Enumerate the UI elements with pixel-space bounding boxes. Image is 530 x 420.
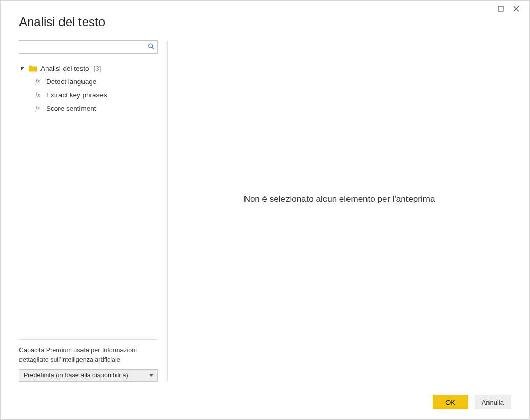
tree-item-label: Extract key phrases — [46, 91, 107, 99]
svg-rect-0 — [498, 6, 503, 11]
fx-icon: fx — [33, 77, 43, 86]
fx-icon: fx — [33, 91, 43, 99]
ok-button[interactable]: OK — [433, 395, 468, 409]
tree-root[interactable]: Analisi del testo [3] — [19, 62, 158, 75]
tree-item-score-sentiment[interactable]: fx Score sentiment — [19, 101, 158, 115]
folder-icon — [29, 65, 37, 72]
dialog-title: Analisi del testo — [19, 15, 511, 29]
cancel-button[interactable]: Annulla — [475, 395, 511, 409]
chevron-down-icon — [149, 372, 153, 379]
fx-icon: fx — [33, 104, 43, 112]
tree-item-extract-key-phrases[interactable]: fx Extract key phrases — [19, 88, 158, 101]
maximize-icon[interactable] — [498, 6, 506, 12]
divider — [19, 339, 158, 340]
tree-item-label: Score sentiment — [46, 104, 96, 112]
preview-pane: Non è selezionato alcun elemento per l'a… — [168, 40, 511, 382]
chevron-down-icon — [20, 66, 25, 71]
tree-root-count: [3] — [94, 65, 101, 72]
tree-item-detect-language[interactable]: fx Detect language — [19, 75, 158, 88]
svg-marker-5 — [21, 67, 25, 71]
left-pane: Analisi del testo [3] fx Detect language… — [19, 40, 168, 382]
function-tree: Analisi del testo [3] fx Detect language… — [19, 62, 158, 334]
close-icon[interactable] — [513, 6, 521, 12]
tree-root-label: Analisi del testo — [40, 65, 89, 72]
dialog-footer: OK Annulla — [19, 395, 511, 409]
preview-empty-message: Non è selezionato alcun elemento per l'a… — [244, 194, 435, 204]
search-input[interactable] — [19, 40, 158, 54]
capacity-section: Capacità Premium usata per Informazioni … — [19, 339, 158, 382]
svg-marker-6 — [149, 374, 153, 377]
search-wrap — [19, 40, 158, 54]
capacity-dropdown-value: Predefinita (in base alla disponibilità) — [24, 372, 128, 379]
tree-item-label: Detect language — [46, 78, 96, 86]
capacity-label: Capacità Premium usata per Informazioni … — [19, 346, 158, 364]
capacity-dropdown[interactable]: Predefinita (in base alla disponibilità) — [19, 369, 158, 382]
